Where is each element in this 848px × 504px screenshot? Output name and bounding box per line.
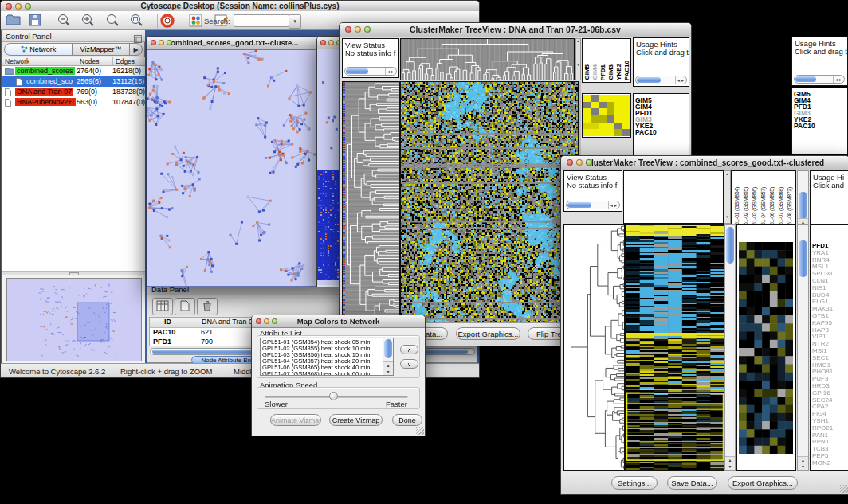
matrix-cell[interactable]	[614, 115, 622, 123]
close-icon[interactable]	[6, 3, 12, 10]
matrix-cell[interactable]	[614, 123, 622, 130]
matrix-cell[interactable]	[591, 129, 599, 136]
matrix-cell[interactable]	[614, 129, 622, 136]
network-overview-canvas[interactable]	[6, 278, 142, 361]
treeview2-titlebar[interactable]: ClusterMaker TreeView : combined_scores_…	[561, 156, 848, 170]
network-row[interactable]: DNA and Tran 07769(0)183728(0)	[2, 87, 145, 97]
tabs-overflow-button[interactable]: ▶	[129, 43, 143, 56]
open-file-icon[interactable]	[6, 14, 21, 29]
tv1-column-scroll-strip[interactable]: ▴▾	[575, 38, 581, 80]
matrix-cell[interactable]	[607, 102, 614, 109]
usage-hints-hscrollbar[interactable]: ◂▸	[794, 75, 845, 84]
matrix-cell[interactable]	[599, 129, 607, 136]
speed-slider-thumb[interactable]	[329, 392, 338, 400]
attribute-list-vscrollbar[interactable]: ▴▾	[383, 338, 393, 375]
search-dropdown[interactable]: ▾	[289, 14, 301, 29]
move-down-button[interactable]: ∨	[400, 359, 418, 369]
tv1-heatmap[interactable]	[400, 81, 579, 324]
resize-grip[interactable]	[840, 485, 848, 493]
zoom-window-icon[interactable]	[167, 40, 172, 45]
create-vizmap-button[interactable]: Create Vizmap	[329, 414, 383, 426]
matrix-cell[interactable]	[583, 123, 591, 130]
save-data-button[interactable]: Save Data...	[667, 476, 717, 490]
move-up-button[interactable]: ∧	[400, 345, 418, 354]
treeview1-titlebar[interactable]: ClusterMaker TreeView : DNA and Tran 07-…	[340, 23, 691, 37]
zoom-fit-icon[interactable]	[105, 14, 120, 31]
tv2-column-scroll-strip[interactable]: ▴▾	[724, 170, 731, 224]
matrix-cell[interactable]	[599, 115, 607, 123]
resize-grip[interactable]	[416, 427, 424, 435]
matrix-cell[interactable]	[622, 129, 630, 136]
help-lifebuoy-icon[interactable]	[160, 14, 175, 31]
col-edges[interactable]: Edges	[112, 57, 135, 65]
attribute-item[interactable]: GPL51-07 (GSM868) heat shock 60 min	[262, 371, 393, 376]
search-input[interactable]	[234, 14, 289, 27]
matrix-cell[interactable]	[622, 95, 630, 102]
matrix-cell[interactable]	[607, 115, 614, 123]
matrix-cell[interactable]	[591, 115, 599, 123]
minimize-icon[interactable]	[159, 40, 164, 45]
zoom-window-icon[interactable]	[272, 318, 277, 324]
animate-vizmap-button[interactable]: Animate Vizmap	[270, 414, 321, 426]
select-attributes-icon[interactable]	[152, 298, 173, 315]
save-icon[interactable]	[29, 14, 41, 29]
minimize-icon[interactable]	[328, 40, 334, 45]
matrix-cell[interactable]	[622, 123, 630, 130]
matrix-cell[interactable]	[599, 95, 607, 102]
gene-label[interactable]: MON2	[811, 460, 848, 467]
matrix-cell[interactable]	[583, 129, 591, 136]
network-view-titlebar[interactable]: combined_scores_good.txt--cluste...	[147, 37, 318, 49]
view-status-hscrollbar[interactable]: ◂▸	[344, 67, 397, 76]
col-nodes[interactable]: Nodes	[77, 57, 100, 65]
zoom-in-icon[interactable]	[80, 14, 95, 31]
close-icon[interactable]	[151, 40, 156, 45]
done-button[interactable]: Done	[392, 414, 422, 426]
create-attribute-icon[interactable]	[175, 298, 195, 315]
network-row[interactable]: RNAPuberNov2+!563(0)107847(0)	[2, 97, 145, 107]
matrix-cell[interactable]	[583, 102, 591, 109]
tv2-genes-vscrollbar[interactable]: ▴▾	[797, 224, 809, 471]
matrix-cell[interactable]	[607, 129, 614, 136]
tv2-row-dendrogram[interactable]	[563, 224, 625, 471]
network-canvas[interactable]	[147, 49, 318, 287]
tv1-column-dendrogram[interactable]	[400, 38, 575, 80]
table-cell-id[interactable]: PAC10	[153, 328, 175, 336]
matrix-cell[interactable]	[591, 95, 599, 102]
tab-network[interactable]: Network	[4, 43, 73, 56]
vizmapper-icon[interactable]	[189, 14, 202, 30]
cytoscape-titlebar[interactable]: Cytoscape Desktop (Session Name: collins…	[1, 1, 479, 12]
similarity-matrix[interactable]	[583, 95, 630, 136]
matrix-cell[interactable]	[591, 123, 599, 130]
tv2-heatmap-vscrollbar[interactable]: ▴▾	[724, 224, 736, 471]
matrix-cell[interactable]	[591, 108, 599, 115]
export-graphics-button[interactable]: Export Graphics...	[456, 327, 520, 340]
matrix-cell[interactable]	[614, 102, 622, 109]
gene-label[interactable]: PAC10	[792, 123, 847, 129]
matrix-cell[interactable]	[591, 102, 599, 109]
zoom-out-icon[interactable]	[57, 14, 71, 31]
matrix-cell[interactable]	[622, 102, 630, 109]
table-cell-value[interactable]: 790	[201, 338, 213, 346]
minimize-icon[interactable]	[355, 26, 361, 33]
close-icon[interactable]	[567, 159, 573, 166]
close-icon[interactable]	[256, 318, 261, 324]
matrix-cell[interactable]	[599, 108, 607, 115]
matrix-cell[interactable]	[607, 108, 614, 115]
close-icon[interactable]	[345, 26, 351, 33]
view-status-hscrollbar[interactable]: ◂▸	[566, 201, 620, 209]
matrix-cell[interactable]	[614, 108, 622, 115]
tv1-row-dendrogram[interactable]	[342, 81, 400, 324]
zoom-window-icon[interactable]	[25, 3, 31, 10]
delete-attribute-trash-icon[interactable]	[197, 298, 218, 315]
zoom-selected-icon[interactable]	[129, 14, 143, 31]
zoom-window-icon[interactable]	[364, 26, 371, 33]
network-row[interactable]: combined_scores2764(0)16218(0)	[2, 66, 145, 76]
matrix-cell[interactable]	[607, 95, 614, 102]
matrix-cell[interactable]	[622, 108, 630, 115]
dialog-titlebar[interactable]: Map Colors to Network	[252, 315, 425, 328]
matrix-cell[interactable]	[583, 108, 591, 115]
matrix-cell[interactable]	[599, 102, 607, 109]
attribute-listbox[interactable]: GPL51-01 (GSM854) heat shock 05 minGPL51…	[260, 338, 394, 376]
minimize-icon[interactable]	[15, 3, 22, 10]
matrix-cell[interactable]	[622, 115, 630, 123]
